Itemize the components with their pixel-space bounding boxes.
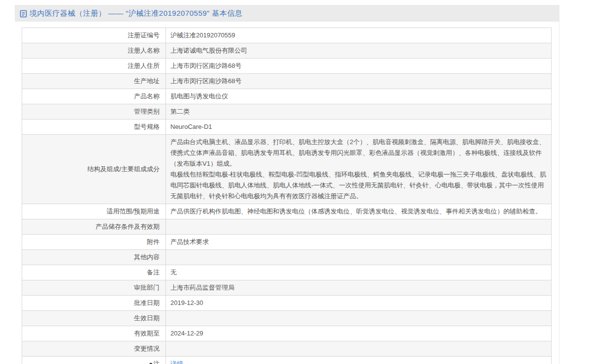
table-row: 备注无: [22, 265, 552, 280]
table-row: 审批部门上海市药品监督管理局: [22, 280, 552, 296]
table-row: 生效日期: [22, 311, 552, 326]
row-value: [166, 219, 552, 235]
info-table-body: 注册证编号沪械注准20192070559注册人名称上海诺诚电气股份有限公司注册人…: [22, 28, 552, 364]
page: 境内医疗器械（注册） —— “沪械注准20192070559” 基本信息 注册证…: [0, 0, 591, 364]
row-value: 上海诺诚电气股份有限公司: [166, 43, 552, 59]
row-value: 产品由台式电脑主机、液晶显示器、打印机、肌电主控放大盒（2个）、肌电音视频刺激盒…: [166, 135, 552, 204]
table-row: 其他内容: [22, 250, 552, 265]
table-row: 产品名称肌电图与诱发电位仪: [22, 89, 552, 104]
row-label: 注册证编号: [22, 28, 166, 43]
row-label: 批准日期: [22, 296, 166, 311]
row-label: 生效日期: [22, 311, 166, 326]
row-value: [166, 341, 552, 357]
row-value: 上海市闵行区南沙路68号: [166, 74, 552, 89]
row-value: 产品供医疗机构作肌电图、神经电图和诱发电位（体感诱发电位、听觉诱发电位、视觉诱发…: [166, 204, 552, 219]
row-label: 型号规格: [22, 120, 166, 135]
row-value: 肌电图与诱发电位仪: [166, 89, 552, 104]
row-label: 变更情况: [22, 341, 166, 357]
table-row: 有效期至2024-12-29: [22, 326, 552, 341]
table-row: 适用范围/预期用途产品供医疗机构作肌电图、神经电图和诱发电位（体感诱发电位、听觉…: [22, 204, 552, 219]
row-value: 无: [166, 265, 552, 280]
row-value: [166, 250, 552, 265]
row-value: 产品技术要求: [166, 235, 552, 250]
row-label: 有效期至: [22, 326, 166, 341]
table-row: 注册人名称上海诺诚电气股份有限公司: [22, 43, 552, 59]
table-row: 批准日期2019-12-30: [22, 296, 552, 311]
row-value: 2019-12-30: [166, 296, 552, 311]
detail-link[interactable]: 详情: [170, 360, 183, 364]
row-label: 管理类别: [22, 104, 166, 120]
table-row: 产品储存条件及有效期: [22, 219, 552, 235]
table-row: 变更情况: [22, 341, 552, 357]
row-value: 第二类: [166, 104, 552, 120]
note-bullet-icon: ●: [149, 360, 153, 364]
page-title: 境内医疗器械（注册） —— “沪械注准20192070559” 基本信息: [30, 9, 242, 18]
content-container: 境内医疗器械（注册） —— “沪械注准20192070559” 基本信息 注册证…: [15, 5, 559, 364]
row-label: 审批部门: [22, 280, 166, 296]
row-value: NeuroCare-D1: [166, 120, 552, 135]
row-value: 上海市药品监督管理局: [166, 280, 552, 296]
table-row: 结构及组成/主要组成成分产品由台式电脑主机、液晶显示器、打印机、肌电主控放大盒（…: [22, 135, 552, 204]
table-row: 管理类别第二类: [22, 104, 552, 120]
table-row: ●注详情: [22, 357, 552, 364]
row-label: 适用范围/预期用途: [22, 204, 166, 219]
row-label: ●注: [22, 357, 166, 364]
row-label: 注册人名称: [22, 43, 166, 59]
info-table: 注册证编号沪械注准20192070559注册人名称上海诺诚电气股份有限公司注册人…: [22, 28, 552, 364]
row-value: [166, 311, 552, 326]
row-label: 附件: [22, 235, 166, 250]
table-row: 附件产品技术要求: [22, 235, 552, 250]
row-label: 结构及组成/主要组成成分: [22, 135, 166, 204]
row-label: 其他内容: [22, 250, 166, 265]
row-label: 备注: [22, 265, 166, 280]
row-value: 沪械注准20192070559: [166, 28, 552, 43]
row-label: 产品储存条件及有效期: [22, 219, 166, 235]
document-icon: [20, 10, 27, 18]
page-header-bar: 境内医疗器械（注册） —— “沪械注准20192070559” 基本信息: [15, 5, 559, 22]
info-table-wrap: 注册证编号沪械注准20192070559注册人名称上海诺诚电气股份有限公司注册人…: [22, 28, 552, 364]
row-value: 上海市闵行区南沙路68号: [166, 59, 552, 74]
row-value: 2024-12-29: [166, 326, 552, 341]
row-value: 详情: [166, 357, 552, 364]
table-row: 注册人住所上海市闵行区南沙路68号: [22, 59, 552, 74]
row-label: 注册人住所: [22, 59, 166, 74]
row-label: 产品名称: [22, 89, 166, 104]
table-row: 型号规格NeuroCare-D1: [22, 120, 552, 135]
row-label: 生产地址: [22, 74, 166, 89]
table-row: 注册证编号沪械注准20192070559: [22, 28, 552, 43]
table-row: 生产地址上海市闵行区南沙路68号: [22, 74, 552, 89]
